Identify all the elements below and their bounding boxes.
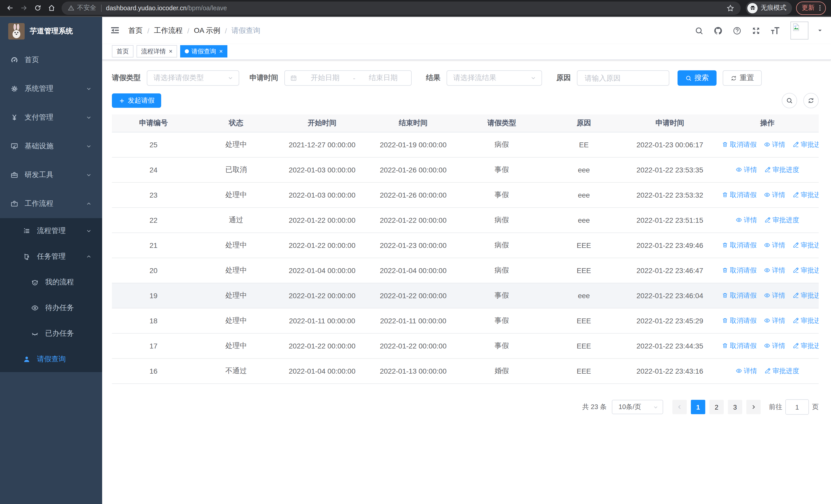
app-logo[interactable]: 芋道管理系统 [0,17,102,46]
user-avatar[interactable] [791,22,808,39]
browser-home-button[interactable] [45,1,58,15]
cell-end-time: 2022-01-22 00:00:00 [367,333,459,358]
browser-forward-button[interactable] [17,1,31,15]
goto-page-input[interactable] [785,399,809,415]
sidebar-item-任务管理[interactable]: 任务管理 [0,244,102,269]
cancel-leave-link[interactable]: 取消请假 [722,140,756,149]
sidebar-item-支付管理[interactable]: 支付管理 [0,103,102,132]
cell-apply-time: 2022-01-23 00:06:17 [624,132,716,157]
cell-request-id: 24 [112,157,195,182]
sidebar-item-首页[interactable]: 首页 [0,46,102,75]
reset-button[interactable]: 重置 [723,70,762,86]
tab-流程详情[interactable]: 流程详情× [137,45,177,58]
cancel-leave-link[interactable]: 取消请假 [722,241,756,250]
browser-update-button[interactable]: 更新 [796,1,826,14]
detail-link[interactable]: 详情 [764,190,785,200]
approval-progress-link[interactable]: 审批进度 [764,366,799,376]
approval-progress-link[interactable]: 审批进度 [793,266,819,275]
table-toolbar: 发起请假 [112,93,819,108]
action-label: 审批进度 [801,140,819,149]
result-select[interactable]: 请选择流结果 [447,70,542,86]
cancel-leave-link[interactable]: 取消请假 [722,291,756,300]
tab-请假查询[interactable]: 请假查询× [180,45,227,58]
prev-page-button[interactable] [672,400,687,414]
cancel-leave-link[interactable]: 取消请假 [722,266,756,275]
cancel-leave-link[interactable]: 取消请假 [722,316,756,325]
reason-input[interactable] [583,73,663,83]
leave-type-select[interactable]: 请选择请假类型 [147,70,239,86]
page-button-3[interactable]: 3 [728,400,742,414]
browser-reload-button[interactable] [31,1,45,15]
cancel-leave-link[interactable]: 取消请假 [722,341,756,351]
trash-icon [722,318,728,324]
page-button-1[interactable]: 1 [691,400,705,414]
cell-end-time: 2022-01-04 00:00:00 [367,258,459,283]
result-placeholder: 请选择流结果 [453,73,496,83]
breadcrumb-item[interactable]: 工作流程 [154,26,183,35]
cancel-leave-link[interactable]: 取消请假 [722,190,756,200]
fullscreen-button[interactable] [750,25,762,36]
approval-progress-link[interactable]: 审批进度 [793,291,819,300]
detail-link[interactable]: 详情 [764,266,785,275]
detail-link[interactable]: 详情 [764,241,785,250]
approval-progress-link[interactable]: 审批进度 [764,215,799,225]
action-label: 审批进度 [801,291,819,300]
address-bar[interactable]: 不安全 dashboard.yudao.iocoder.cn /bpm/oa/l… [62,1,741,14]
sidebar-fold-button[interactable] [110,25,121,36]
detail-link[interactable]: 详情 [736,366,757,376]
cell-apply-time: 2022-01-22 23:53:32 [624,182,716,208]
sidebar-item-label: 已办任务 [45,329,74,338]
tab-close-icon[interactable]: × [219,48,223,54]
sidebar-item-系统管理[interactable]: 系统管理 [0,75,102,103]
sidebar-item-已办任务[interactable]: 已办任务 [0,321,102,347]
fullscreen-icon [751,26,761,35]
approval-progress-link[interactable]: 审批进度 [793,316,819,325]
header-search-button[interactable] [693,25,705,36]
page-size-select[interactable]: 10条/页 [612,400,663,414]
approval-progress-link[interactable]: 审批进度 [793,140,819,149]
breadcrumb-item[interactable]: 首页 [128,26,143,35]
tab-首页[interactable]: 首页 [112,45,134,58]
cell-request-id: 19 [112,283,195,308]
font-size-button[interactable] [769,25,781,36]
approval-progress-link[interactable]: 审批进度 [793,241,819,250]
bookmark-star-icon[interactable] [726,4,735,12]
cell-apply-time: 2022-01-22 23:51:15 [624,208,716,233]
browser-menu-icon[interactable] [816,4,824,12]
action-label: 取消请假 [730,266,756,275]
sidebar-item-工作流程[interactable]: 工作流程 [0,189,102,218]
tab-close-icon[interactable]: × [169,48,172,54]
sidebar-item-待办任务[interactable]: 待办任务 [0,295,102,321]
apply-time-range-picker[interactable]: 开始日期 - 结束日期 [284,70,412,86]
create-leave-button[interactable]: 发起请假 [112,93,161,108]
sidebar-item-请假查询[interactable]: 请假查询 [0,347,102,372]
breadcrumb-item[interactable]: OA 示例 [194,26,221,35]
help-button[interactable] [732,25,743,36]
page-button-2[interactable]: 2 [709,400,724,414]
approval-progress-link[interactable]: 审批进度 [793,190,819,200]
search-button[interactable]: 搜索 [678,70,717,86]
sidebar-item-流程管理[interactable]: 流程管理 [0,218,102,244]
sidebar-item-研发工具[interactable]: 研发工具 [0,161,102,189]
chevron-down-icon [227,75,233,81]
sidebar-item-label: 首页 [25,55,39,65]
sidebar-item-基础设施[interactable]: 基础设施 [0,132,102,161]
avatar-dropdown-caret-icon[interactable] [817,28,823,33]
pagination-total: 共 23 条 [582,403,607,412]
detail-link[interactable]: 详情 [736,165,757,175]
browser-back-button[interactable] [3,1,17,15]
detail-link[interactable]: 详情 [736,215,757,225]
refresh-table-button[interactable] [803,93,819,108]
detail-link[interactable]: 详情 [764,341,785,351]
page-size-value: 10条/页 [619,403,641,412]
detail-link[interactable]: 详情 [764,140,785,149]
detail-link[interactable]: 详情 [764,316,785,325]
detail-link[interactable]: 详情 [764,291,785,300]
next-page-button[interactable] [746,400,761,414]
github-link[interactable] [712,25,724,36]
approval-progress-link[interactable]: 审批进度 [764,165,799,175]
breadcrumb: 首页/工作流程/OA 示例/请假查询 [128,26,260,35]
sidebar-item-我的流程[interactable]: 我的流程 [0,269,102,295]
approval-progress-link[interactable]: 审批进度 [793,341,819,351]
toggle-search-button[interactable] [782,93,797,108]
